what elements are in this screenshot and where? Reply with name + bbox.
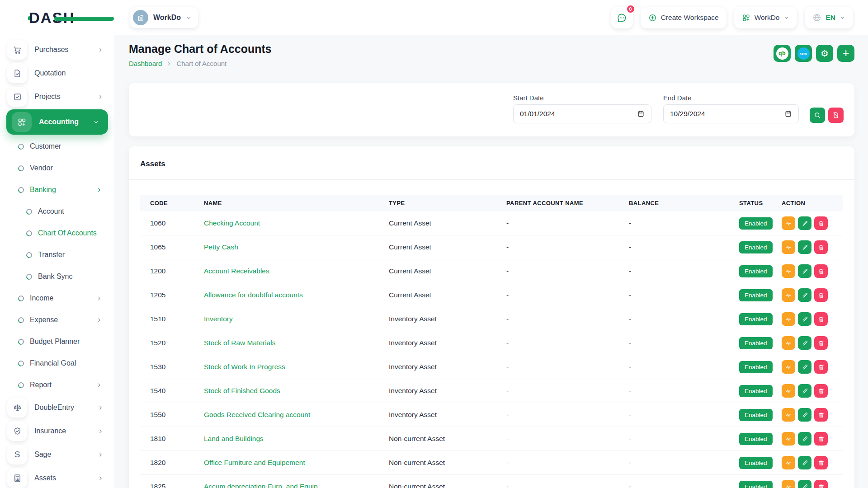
sidebar-item-vendor[interactable]: Vendor [0,157,114,179]
sidebar-item-customer[interactable]: Customer [0,136,114,157]
breadcrumb-dashboard-link[interactable]: Dashboard [129,60,162,67]
quickbooks-button[interactable]: qb [774,45,791,62]
edit-button[interactable] [798,288,811,302]
edit-button[interactable] [798,408,811,422]
column-header-status: STATUS [739,200,782,206]
edit-button[interactable] [798,480,811,488]
activity-button[interactable] [782,312,795,326]
project-check-icon [7,87,27,107]
edit-button[interactable] [798,312,811,326]
account-name-link[interactable]: Allowance for doubtful accounts [204,291,389,299]
sidebar-item-projects[interactable]: Projects [0,85,114,108]
globe-icon [812,13,821,22]
language-selector[interactable]: EN [805,7,853,28]
app-logo[interactable]: DASH [29,9,75,27]
activity-button[interactable] [782,288,795,302]
file-slash-icon [832,112,840,119]
create-workspace-button[interactable]: Create Workspace [641,7,726,28]
sidebar-item-bank-sync[interactable]: Bank Sync [0,266,114,287]
sidebar-item-chart-of-accounts[interactable]: Chart Of Accounts [0,222,114,244]
workspace-selector[interactable]: WorkDo [130,7,198,28]
sidebar-item-quotation[interactable]: Quotation [0,61,114,85]
delete-button[interactable] [814,216,828,230]
account-name-link[interactable]: Stock of Raw Materials [204,339,389,347]
workdo-menu-button[interactable]: WorkDo [734,7,797,28]
account-name-link[interactable]: Office Furniture and Equipement [204,459,389,467]
cell-code: 1810 [140,435,204,443]
account-name-link[interactable]: Petty Cash [204,243,389,251]
apply-filter-button[interactable] [810,108,825,123]
sidebar-item-account[interactable]: Account [0,201,114,222]
pencil-icon [802,388,808,394]
sidebar-item-banking[interactable]: Banking [0,179,114,201]
activity-button[interactable] [782,336,795,350]
activity-button[interactable] [782,432,795,446]
account-name-link[interactable]: Account Receivables [204,267,389,275]
trash-icon [818,460,825,466]
account-name-link[interactable]: Accum.depreciation-Furn. and Equip [204,483,389,488]
sidebar-item-report[interactable]: Report [0,374,114,396]
sidebar-item-label: Purchases [34,46,69,54]
activity-button[interactable] [782,456,795,469]
cell-code: 1520 [140,339,204,347]
delete-button[interactable] [814,408,828,422]
end-date-input[interactable] [663,104,799,123]
sidebar-item-purchases[interactable]: Purchases [0,38,114,61]
activity-button[interactable] [782,264,795,278]
account-name-link[interactable]: Goods Received Clearing account [204,411,389,419]
activity-button[interactable] [782,384,795,398]
delete-button[interactable] [814,456,828,469]
cell-parent: - [506,339,629,347]
status-badge: Enabled [739,337,773,349]
sidebar-item-budget-planner[interactable]: Budget Planner [0,331,114,352]
account-name-link[interactable]: Checking Account [204,219,389,227]
account-name-link[interactable]: Land and Buildings [204,435,389,443]
messages-button[interactable]: 0 [611,7,633,28]
activity-icon [785,220,792,227]
edit-button[interactable] [798,432,811,446]
settings-button[interactable]: ⚙ [816,45,833,62]
edit-button[interactable] [798,264,811,278]
activity-button[interactable] [782,216,795,230]
sidebar-item-accounting[interactable]: Accounting [6,109,108,135]
quotation-file-icon [7,63,27,83]
delete-button[interactable] [814,264,828,278]
sidebar-item-insurance[interactable]: Insurance [0,419,114,443]
activity-button[interactable] [782,408,795,422]
edit-button[interactable] [798,336,811,350]
delete-button[interactable] [814,432,828,446]
sidebar-item-transfer[interactable]: Transfer [0,244,114,266]
reset-filter-button[interactable] [828,108,844,123]
sidebar-item-expense[interactable]: Expense [0,309,114,331]
cell-balance: - [629,267,739,275]
edit-button[interactable] [798,384,811,398]
account-name-link[interactable]: Inventory [204,315,389,323]
delete-button[interactable] [814,240,828,254]
activity-button[interactable] [782,360,795,374]
delete-button[interactable] [814,360,828,374]
edit-button[interactable] [798,216,811,230]
account-name-link[interactable]: Stock of Finished Goods [204,387,389,395]
edit-button[interactable] [798,456,811,469]
sidebar-item-label: Insurance [34,427,66,435]
account-name-link[interactable]: Stock of Work In Progress [204,363,389,371]
delete-button[interactable] [814,384,828,398]
delete-button[interactable] [814,312,828,326]
trash-icon [818,244,825,251]
start-date-input[interactable] [513,104,651,123]
sidebar-item-financial-goal[interactable]: Financial Goal [0,352,114,374]
add-account-button[interactable]: + [837,45,854,62]
activity-button[interactable] [782,240,795,254]
xero-button[interactable]: xero [795,45,812,62]
sidebar-item-income[interactable]: Income [0,287,114,309]
delete-button[interactable] [814,336,828,350]
sidebar-item-assets[interactable]: Assets [0,466,114,488]
edit-button[interactable] [798,240,811,254]
sidebar-item-doubleentry[interactable]: DoubleEntry [0,396,114,419]
cell-type: Inventory Asset [389,339,506,347]
delete-button[interactable] [814,480,828,488]
edit-button[interactable] [798,360,811,374]
activity-button[interactable] [782,480,795,488]
delete-button[interactable] [814,288,828,302]
sidebar-item-sage[interactable]: SSage [0,443,114,466]
